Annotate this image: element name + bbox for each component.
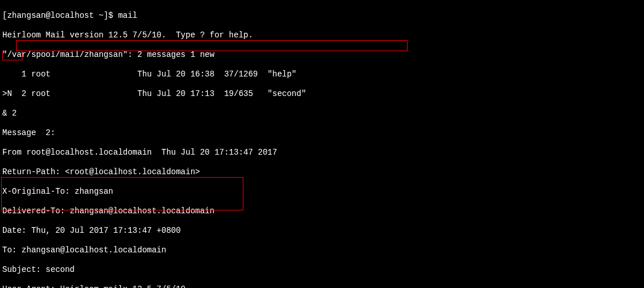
mail-list-item-2: >N 2 root Thu Jul 20 17:13 19/635 "secon… bbox=[2, 89, 306, 99]
mail-header-spool: "/var/spool/mail/zhangsan": 2 messages 1… bbox=[2, 50, 306, 60]
message-subject: Subject: second bbox=[2, 265, 306, 275]
message-to: To: zhangsan@localhost.localdomain bbox=[2, 245, 306, 255]
message-title: Message 2: bbox=[2, 128, 306, 138]
shell-prompt: [zhangsan@localhost ~]$ bbox=[2, 11, 118, 20]
prompt-line: [zhangsan@localhost ~]$ mail bbox=[2, 11, 306, 21]
message-return-path: Return-Path: <root@localhost.localdomain… bbox=[2, 167, 306, 177]
mail-header-version: Heirloom Mail version 12.5 7/5/10. Type … bbox=[2, 30, 306, 40]
mail-prompt-open-2: & 2 bbox=[2, 109, 306, 118]
message-x-original-to: X-Original-To: zhangsan bbox=[2, 187, 306, 197]
message-date: Date: Thu, 20 Jul 2017 17:13:47 +0800 bbox=[2, 226, 306, 236]
terminal-window[interactable]: [zhangsan@localhost ~]$ mail Heirloom Ma… bbox=[0, 0, 644, 288]
message-from-line: From root@localhost.localdomain Thu Jul … bbox=[2, 148, 306, 158]
terminal-content: [zhangsan@localhost ~]$ mail Heirloom Ma… bbox=[0, 0, 308, 288]
message-delivered-to: Delivered-To: zhangsan@localhost.localdo… bbox=[2, 206, 306, 216]
message-user-agent: User-Agent: Heirloom mailx 12.5 7/5/10 bbox=[2, 285, 306, 288]
command-mail: mail bbox=[118, 11, 138, 20]
mail-list-item-1: 1 root Thu Jul 20 16:38 37/1269 "help" bbox=[2, 70, 306, 79]
